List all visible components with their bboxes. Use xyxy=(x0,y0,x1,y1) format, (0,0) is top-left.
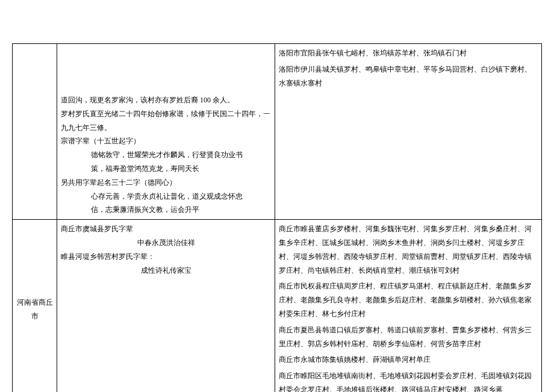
text-line: 策，福寿盈堂鸿范克龙，寿同天长 xyxy=(91,162,271,176)
table-row: 道回沟，现更名罗家沟，该村亦有罗姓后裔 100 余人。 罗村罗氏直至光绪二十四年… xyxy=(13,44,542,220)
region-label-1 xyxy=(13,129,57,134)
text-line: 心存元善，学贵永贞礼让普化，道义观成念怀忠 xyxy=(91,190,271,204)
text-line: 商丘市睢阳区毛地堆镇南街村、毛地堆镇刘花园村委会罗庄村、毛固堆镇刘花园村委会北罗… xyxy=(279,369,538,392)
cell-genealogy-2: 商丘市虞城县罗氏字辈 中春永茂洪治佳祥 睢县河堤乡韩营村罗氏字辈： 成性诗礼传家… xyxy=(57,220,275,392)
cell-villages-1: 洛阳市宜阳县张午镇七峪村、张坞镇苏羊村、张坞镇石门村 洛阳市伊川县城关镇罗村、鸣… xyxy=(275,44,542,220)
text-line: 另共用字辈起名三十二字（德同心） xyxy=(61,176,271,190)
cell-region-1 xyxy=(13,44,57,220)
text-line: 商丘市虞城县罗氏字辈 xyxy=(61,222,271,236)
text-line: 洛阳市伊川县城关镇罗村、鸣皋镇中章屯村、平等乡马回营村、白沙镇下磨村、水寨镇水寨… xyxy=(279,63,538,90)
cell-genealogy-1: 道回沟，现更名罗家沟，该村亦有罗姓后裔 100 余人。 罗村罗氏直至光绪二十四年… xyxy=(57,44,275,220)
text-line: 商丘市夏邑县韩道口镇后罗寨村、韩道口镇前罗寨村、曹集乡罗楼村、何营乡三里庄村、郭… xyxy=(279,323,538,351)
text-line: 宗谱字辈（十五世起字） xyxy=(61,134,271,148)
text-line: 商丘市民权县程庄镇周罗庄村、程庄镇罗马湛村、程庄镇新赵庄村、老颜集乡罗庄村、老颜… xyxy=(279,279,538,320)
text-line: 睢县河堤乡韩营村罗氏字辈： xyxy=(61,250,271,264)
table-row: 河南省商丘市 商丘市虞城县罗氏字辈 中春永茂洪治佳祥 睢县河堤乡韩营村罗氏字辈：… xyxy=(13,220,542,392)
cell-villages-2: 商丘市睢县董店乡罗楼村、河集乡魏张屯村、河集乡罗庄村、河集乡桑庄村、河集乡辛庄村… xyxy=(275,220,542,392)
region-label-2: 河南省商丘市 xyxy=(13,293,57,326)
text-line: 中春永茂洪治佳祥 xyxy=(61,236,271,250)
genealogy-table: 道回沟，现更名罗家沟，该村亦有罗姓后裔 100 余人。 罗村罗氏直至光绪二十四年… xyxy=(12,43,542,392)
text-line: 商丘市睢县董店乡罗楼村、河集乡魏张屯村、河集乡罗庄村、河集乡桑庄村、河集乡辛庄村… xyxy=(279,222,538,277)
text-line: 商丘市永城市陈集镇姚楼村、薛湖镇单河村单庄 xyxy=(279,353,538,367)
cell-region-2: 河南省商丘市 xyxy=(13,220,57,392)
text-line: 罗村罗氏直至光绪二十四年始创修家谱，续修于民国二十四年，一九九七年三修。 xyxy=(61,107,271,135)
text-line: 成性诗礼传家宝 xyxy=(61,264,271,278)
text-line: 道回沟，现更名罗家沟，该村亦有罗姓后裔 100 余人。 xyxy=(61,93,271,107)
text-line: 德铭敦守，世耀荣光才作麟凤，行登贤良功业书 xyxy=(91,148,271,162)
text-line: 信，志秉廉清振兴文教，运会升平 xyxy=(91,203,271,217)
text-line: 洛阳市宜阳县张午镇七峪村、张坞镇苏羊村、张坞镇石门村 xyxy=(279,46,538,60)
